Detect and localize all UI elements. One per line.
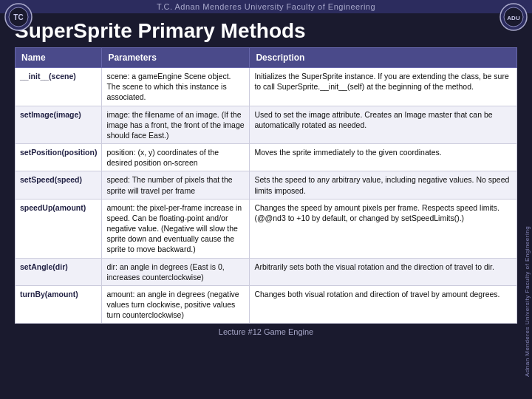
university-name: T.C. Adnan Menderes University Faculty o… — [157, 2, 375, 11]
svg-text:ADU: ADU — [507, 15, 520, 21]
cell-parameters: image: the filename of an image. (If the… — [102, 106, 250, 144]
col-parameters: Parameters — [102, 48, 250, 68]
cell-parameters: dir: an angle in degrees (East is 0, inc… — [102, 258, 250, 285]
table-row: setImage(image)image: the filename of an… — [16, 106, 517, 144]
table-row: __init__(scene)scene: a gameEngine Scene… — [16, 68, 517, 106]
cell-description: Sets the speed to any arbitrary value, i… — [250, 171, 517, 199]
cell-method-name: setPosition(position) — [16, 144, 102, 171]
logo-left: TC — [4, 3, 33, 31]
methods-table: Name Parameters Description __init__(sce… — [15, 47, 517, 324]
table-header-row: Name Parameters Description — [16, 48, 517, 68]
table-container: Name Parameters Description __init__(sce… — [15, 47, 517, 324]
cell-description: Changes the speed by amount pixels per f… — [250, 199, 517, 258]
cell-description: Moves the sprite immediately to the give… — [250, 144, 517, 171]
table-row: setSpeed(speed)speed: The number of pixe… — [16, 171, 517, 199]
table-row: setAngle(dir)dir: an angle in degrees (E… — [16, 258, 517, 285]
side-text: Adnan Menderes University Faculty of Eng… — [524, 37, 531, 377]
cell-parameters: position: (x, y) coordinates of the desi… — [102, 144, 250, 171]
cell-description: Arbitrarily sets both the visual rotatio… — [250, 258, 517, 285]
footer: Lecture #12 Game Engine — [0, 324, 532, 338]
cell-method-name: turnBy(amount) — [16, 285, 102, 324]
col-name: Name — [16, 48, 102, 68]
cell-parameters: amount: an angle in degrees (negative va… — [102, 285, 250, 324]
cell-parameters: amount: the pixel-per-frame increase in … — [102, 199, 250, 258]
cell-description: Changes both visual rotation and directi… — [250, 285, 517, 324]
cell-method-name: setAngle(dir) — [16, 258, 102, 285]
cell-description: Initializes the SuperSprite instance. If… — [250, 68, 517, 106]
svg-text:TC: TC — [13, 13, 23, 21]
cell-parameters: speed: The number of pixels that the spr… — [102, 171, 250, 199]
table-row: setPosition(position)position: (x, y) co… — [16, 144, 517, 171]
logo-right: ADU — [499, 3, 528, 31]
table-row: speedUp(amount)amount: the pixel-per-fra… — [16, 199, 517, 258]
table-row: turnBy(amount)amount: an angle in degree… — [16, 285, 517, 324]
cell-parameters: scene: a gameEngine Scene object. The sc… — [102, 68, 250, 106]
cell-method-name: setSpeed(speed) — [16, 171, 102, 199]
page-title: SuperSprite Primary Methods — [0, 13, 532, 47]
cell-method-name: __init__(scene) — [16, 68, 102, 106]
cell-method-name: speedUp(amount) — [16, 199, 102, 258]
col-description: Description — [250, 48, 517, 68]
header-bar: T.C. Adnan Menderes University Faculty o… — [0, 0, 532, 13]
cell-method-name: setImage(image) — [16, 106, 102, 144]
cell-description: Used to set the image attribute. Creates… — [250, 106, 517, 144]
